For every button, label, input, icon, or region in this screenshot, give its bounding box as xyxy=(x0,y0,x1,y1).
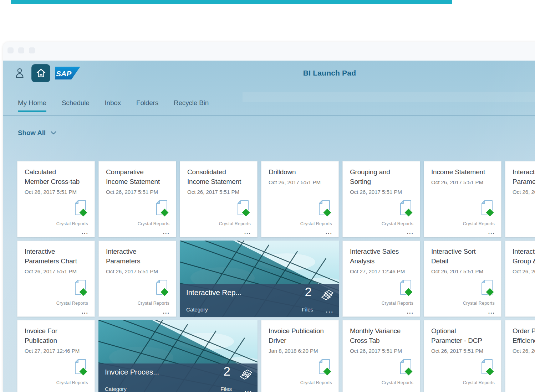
tile-menu-button[interactable]: ... xyxy=(82,309,88,314)
report-tile[interactable]: Interactive SortDetail Oct 26, 2017 5:51… xyxy=(424,241,501,317)
report-tile[interactable]: Interactive SalesAnalysis Oct 27, 2017 1… xyxy=(342,241,420,317)
doc-type-label: Crystal Reports xyxy=(300,380,332,385)
doc-type-label: Crystal Reports xyxy=(463,301,495,306)
report-tile[interactable]: Order PEfficienc Oct 26, 20 Crystal Repo… xyxy=(505,320,535,392)
show-all-dropdown[interactable]: Show All xyxy=(18,129,56,137)
tile-date: Oct 26, 2017 5:51 PM xyxy=(424,266,501,274)
tile-title: Monthly VarianceCross Tab xyxy=(343,320,420,345)
tile-title: InteractiParame xyxy=(505,161,535,186)
tile-menu-button[interactable]: ... xyxy=(163,230,170,235)
report-tile[interactable]: ConsolidatedIncome Statement Oct 26, 201… xyxy=(180,161,258,237)
tile-date: Oct 26, 2017 5:51 PM xyxy=(343,186,420,195)
files-label: Files xyxy=(302,306,313,313)
crystal-reports-icon xyxy=(399,200,414,219)
category-overlay: Invoice Proces... Category 2 Files ... xyxy=(98,363,258,392)
category-tile[interactable]: Interactive Rep... Category 2 Files ... xyxy=(180,241,339,317)
report-tile[interactable]: OptionalParameter - DCP Oct 26, 2017 5:5… xyxy=(424,320,501,392)
nav-tab-inbox[interactable]: Inbox xyxy=(105,99,121,112)
report-tile[interactable]: Monthly VarianceCross Tab Oct 26, 2017 5… xyxy=(342,320,420,392)
tile-menu-button[interactable]: ... xyxy=(326,389,332,392)
category-overlay: Interactive Rep... Category 2 Files ... xyxy=(180,284,339,317)
tile-menu-button[interactable]: ... xyxy=(82,389,88,392)
report-tile[interactable]: Grouping andSorting Oct 26, 2017 5:51 PM… xyxy=(342,161,420,237)
window-dot xyxy=(7,47,14,53)
nav-tab-label: My Home xyxy=(18,99,46,107)
bi-launchpad-app: SAP BI Launch Pad My HomeScheduleInboxFo… xyxy=(3,61,535,392)
category-menu-button[interactable]: ... xyxy=(245,388,253,392)
report-tile[interactable]: Drilldown Oct 26, 2017 5:51 PM Crystal R… xyxy=(261,161,339,237)
doc-type-label: Crystal Reports xyxy=(382,301,413,306)
report-tile[interactable]: InteractiParame Oct 26, 20 Crystal Repor… xyxy=(505,161,535,237)
crystal-reports-icon xyxy=(399,279,414,299)
window-title-bar xyxy=(3,42,535,61)
report-tile[interactable]: ComparativeIncome Statement Oct 26, 2017… xyxy=(98,161,176,237)
tile-row: Invoice ForPublication Oct 27, 2017 12:4… xyxy=(17,320,535,392)
crystal-reports-icon xyxy=(74,359,88,378)
category-title: Invoice Proces... xyxy=(105,368,159,376)
tile-menu-button[interactable]: ... xyxy=(407,389,414,392)
tile-title: ConsolidatedIncome Statement xyxy=(180,161,257,186)
tile-date: Jan 8, 2018 6:20 PM xyxy=(261,345,338,354)
tile-title: ComparativeIncome Statement xyxy=(99,161,176,186)
tile-title: InteractiGroup & xyxy=(505,241,535,266)
doc-type-label: Crystal Reports xyxy=(219,221,251,226)
nav-tab-recycle-bin[interactable]: Recycle Bin xyxy=(174,99,209,112)
tile-title: Drilldown xyxy=(261,161,338,177)
tile-menu-button[interactable]: ... xyxy=(244,230,251,235)
report-tile[interactable]: InteractiveParameters Oct 26, 2017 5:51 … xyxy=(98,241,176,317)
tile-date: Oct 26, 2017 5:51 PM xyxy=(424,345,501,354)
tile-date: Oct 26, 20 xyxy=(505,345,535,354)
crystal-reports-icon xyxy=(481,359,495,378)
tile-menu-button[interactable]: ... xyxy=(488,230,495,235)
report-tile[interactable]: Income Statement Oct 26, 2017 5:51 PM Cr… xyxy=(424,161,501,237)
doc-type-label: Crystal Reports xyxy=(300,221,332,226)
tile-date: Oct 26, 2017 5:51 PM xyxy=(343,345,420,354)
doc-type-label: Crystal Reports xyxy=(138,301,169,306)
crystal-reports-icon xyxy=(481,279,495,299)
chevron-down-icon xyxy=(51,131,56,135)
category-tile[interactable]: Invoice Proces... Category 2 Files ... xyxy=(98,320,258,392)
top-accent-strip xyxy=(11,0,452,4)
crystal-reports-icon xyxy=(74,200,88,219)
page-title: BI Launch Pad xyxy=(3,61,535,86)
tile-date: Oct 26, 2017 5:51 PM xyxy=(17,186,95,195)
report-tile[interactable]: Invoice ForPublication Oct 27, 2017 12:4… xyxy=(17,320,95,392)
tile-menu-button[interactable]: ... xyxy=(326,230,332,235)
crystal-reports-icon xyxy=(237,200,251,219)
tile-grid: CalculatedMember Cross-tab Oct 26, 2017 … xyxy=(17,161,535,392)
doc-type-label: Crystal Reports xyxy=(56,380,88,385)
nav-tab-label: Inbox xyxy=(105,99,121,107)
report-tile[interactable]: InteractiveParameters Chart Oct 26, 2017… xyxy=(17,241,95,317)
nav-tab-folders[interactable]: Folders xyxy=(136,99,158,112)
category-label: Category xyxy=(186,306,208,313)
tile-menu-button[interactable]: ... xyxy=(488,389,495,392)
tile-date: Oct 26, 2017 5:51 PM xyxy=(17,266,95,274)
tile-date: Oct 26, 2017 5:51 PM xyxy=(261,177,338,185)
tile-menu-button[interactable]: ... xyxy=(163,309,170,314)
tile-menu-button[interactable]: ... xyxy=(407,230,414,235)
tile-menu-button[interactable]: ... xyxy=(488,309,495,314)
tile-title: InteractiveParameters xyxy=(99,241,176,266)
tile-date: Oct 26, 20 xyxy=(505,186,535,195)
category-title: Interactive Rep... xyxy=(186,288,241,297)
tile-menu-button[interactable]: ... xyxy=(82,230,88,235)
tile-date: Oct 27, 2017 12:46 PM xyxy=(17,345,95,354)
tile-date: Oct 26, 2017 5:51 PM xyxy=(424,177,501,185)
tile-title: Income Statement xyxy=(424,161,501,177)
files-count: 2 xyxy=(224,364,230,378)
crystal-reports-icon xyxy=(481,200,495,219)
tile-date: Oct 26, 2017 5:51 PM xyxy=(180,186,257,195)
doc-type-label: Crystal Reports xyxy=(463,380,495,385)
report-tile[interactable]: Invoice PublicationDriver Jan 8, 2018 6:… xyxy=(261,320,339,392)
window-dot xyxy=(29,47,35,53)
tile-row: InteractiveParameters Chart Oct 26, 2017… xyxy=(17,241,535,317)
category-menu-button[interactable]: ... xyxy=(326,308,334,313)
nav-tab-my-home[interactable]: My Home xyxy=(18,99,46,112)
nav-tab-label: Schedule xyxy=(62,99,90,107)
tile-date: Oct 27, 2017 12:46 PM xyxy=(343,266,420,274)
nav-tab-schedule[interactable]: Schedule xyxy=(62,99,90,112)
crystal-reports-icon xyxy=(156,279,170,299)
report-tile[interactable]: CalculatedMember Cross-tab Oct 26, 2017 … xyxy=(17,161,95,237)
tile-menu-button[interactable]: ... xyxy=(407,309,414,314)
report-tile[interactable]: InteractiGroup & Oct 26, 20 Crystal Repo… xyxy=(505,241,535,317)
